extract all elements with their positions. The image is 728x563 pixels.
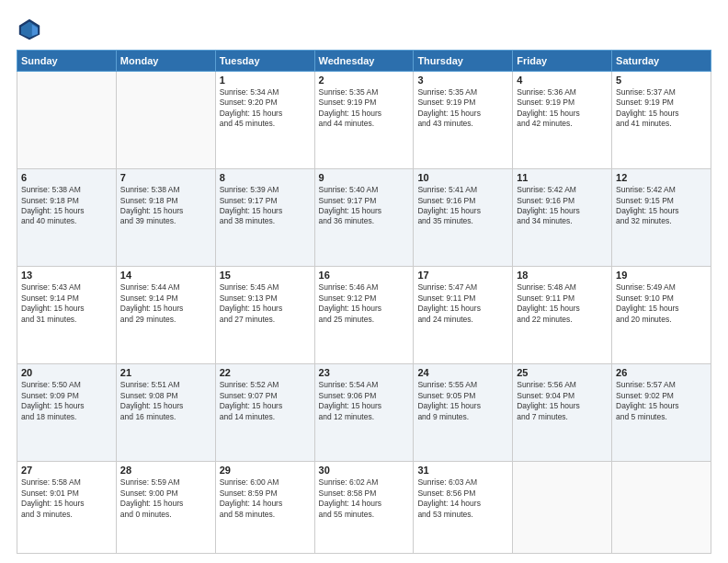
calendar-cell: 16Sunrise: 5:46 AM Sunset: 9:12 PM Dayli… <box>314 267 414 364</box>
calendar-cell: 24Sunrise: 5:55 AM Sunset: 9:05 PM Dayli… <box>414 364 513 462</box>
calendar-cell: 8Sunrise: 5:39 AM Sunset: 9:17 PM Daylig… <box>215 169 314 267</box>
calendar-cell: 30Sunrise: 6:02 AM Sunset: 8:58 PM Dayli… <box>314 462 414 554</box>
day-number: 3 <box>417 75 508 86</box>
day-number: 24 <box>417 367 508 378</box>
day-number: 23 <box>319 367 410 378</box>
calendar-cell <box>116 72 215 169</box>
day-number: 29 <box>220 465 311 476</box>
header <box>17 17 711 42</box>
day-number: 15 <box>220 270 311 281</box>
day-number: 11 <box>517 172 608 183</box>
calendar-cell: 27Sunrise: 5:58 AM Sunset: 9:01 PM Dayli… <box>17 462 117 554</box>
calendar-week-row: 1Sunrise: 5:34 AM Sunset: 9:20 PM Daylig… <box>17 72 711 169</box>
day-info: Sunrise: 6:03 AM Sunset: 8:56 PM Dayligh… <box>417 477 508 520</box>
day-info: Sunrise: 5:58 AM Sunset: 9:01 PM Dayligh… <box>21 477 112 520</box>
day-info: Sunrise: 5:35 AM Sunset: 9:19 PM Dayligh… <box>319 87 410 130</box>
calendar-cell: 31Sunrise: 6:03 AM Sunset: 8:56 PM Dayli… <box>414 462 513 554</box>
calendar-cell <box>612 462 711 554</box>
day-info: Sunrise: 5:57 AM Sunset: 9:02 PM Dayligh… <box>616 380 707 422</box>
day-info: Sunrise: 5:59 AM Sunset: 9:00 PM Dayligh… <box>120 477 211 520</box>
calendar-cell: 23Sunrise: 5:54 AM Sunset: 9:06 PM Dayli… <box>314 364 414 462</box>
day-info: Sunrise: 5:38 AM Sunset: 9:18 PM Dayligh… <box>120 185 211 227</box>
calendar-cell: 14Sunrise: 5:44 AM Sunset: 9:14 PM Dayli… <box>116 267 215 364</box>
day-info: Sunrise: 5:43 AM Sunset: 9:14 PM Dayligh… <box>21 282 112 325</box>
day-number: 31 <box>417 465 508 476</box>
calendar-cell: 19Sunrise: 5:49 AM Sunset: 9:10 PM Dayli… <box>612 267 711 364</box>
day-number: 1 <box>220 75 311 86</box>
day-info: Sunrise: 5:35 AM Sunset: 9:19 PM Dayligh… <box>417 87 508 130</box>
calendar-cell: 15Sunrise: 5:45 AM Sunset: 9:13 PM Dayli… <box>215 267 314 364</box>
calendar-cell: 25Sunrise: 5:56 AM Sunset: 9:04 PM Dayli… <box>513 364 612 462</box>
day-info: Sunrise: 5:36 AM Sunset: 9:19 PM Dayligh… <box>517 87 608 130</box>
calendar-week-row: 20Sunrise: 5:50 AM Sunset: 9:09 PM Dayli… <box>17 364 711 462</box>
calendar-cell <box>17 72 117 169</box>
day-number: 5 <box>616 75 707 86</box>
calendar-cell: 13Sunrise: 5:43 AM Sunset: 9:14 PM Dayli… <box>17 267 117 364</box>
calendar-cell: 10Sunrise: 5:41 AM Sunset: 9:16 PM Dayli… <box>414 169 513 267</box>
day-number: 18 <box>517 270 608 281</box>
calendar-cell: 26Sunrise: 5:57 AM Sunset: 9:02 PM Dayli… <box>612 364 711 462</box>
calendar-header-row: SundayMondayTuesdayWednesdayThursdayFrid… <box>17 51 711 72</box>
calendar-cell: 28Sunrise: 5:59 AM Sunset: 9:00 PM Dayli… <box>116 462 215 554</box>
day-number: 28 <box>120 465 211 476</box>
day-info: Sunrise: 5:42 AM Sunset: 9:15 PM Dayligh… <box>616 185 707 227</box>
day-info: Sunrise: 5:38 AM Sunset: 9:18 PM Dayligh… <box>21 185 112 227</box>
calendar-cell: 9Sunrise: 5:40 AM Sunset: 9:17 PM Daylig… <box>314 169 414 267</box>
day-number: 21 <box>120 367 211 378</box>
calendar-cell: 2Sunrise: 5:35 AM Sunset: 9:19 PM Daylig… <box>314 72 414 169</box>
weekday-header: Wednesday <box>314 51 414 72</box>
day-number: 8 <box>220 172 311 183</box>
logo-icon <box>17 17 42 42</box>
day-number: 4 <box>517 75 608 86</box>
day-number: 27 <box>21 465 112 476</box>
calendar-cell: 29Sunrise: 6:00 AM Sunset: 8:59 PM Dayli… <box>215 462 314 554</box>
day-number: 19 <box>616 270 707 281</box>
calendar-cell: 17Sunrise: 5:47 AM Sunset: 9:11 PM Dayli… <box>414 267 513 364</box>
calendar-cell: 6Sunrise: 5:38 AM Sunset: 9:18 PM Daylig… <box>17 169 117 267</box>
calendar-week-row: 6Sunrise: 5:38 AM Sunset: 9:18 PM Daylig… <box>17 169 711 267</box>
day-info: Sunrise: 5:54 AM Sunset: 9:06 PM Dayligh… <box>319 380 410 422</box>
day-info: Sunrise: 5:50 AM Sunset: 9:09 PM Dayligh… <box>21 380 112 422</box>
weekday-header: Tuesday <box>215 51 314 72</box>
day-info: Sunrise: 5:44 AM Sunset: 9:14 PM Dayligh… <box>120 282 211 325</box>
day-info: Sunrise: 5:34 AM Sunset: 9:20 PM Dayligh… <box>220 87 311 130</box>
weekday-header: Sunday <box>17 51 117 72</box>
calendar-cell: 21Sunrise: 5:51 AM Sunset: 9:08 PM Dayli… <box>116 364 215 462</box>
day-info: Sunrise: 5:39 AM Sunset: 9:17 PM Dayligh… <box>220 185 311 227</box>
day-info: Sunrise: 5:48 AM Sunset: 9:11 PM Dayligh… <box>517 282 608 325</box>
day-number: 6 <box>21 172 112 183</box>
page: SundayMondayTuesdayWednesdayThursdayFrid… <box>0 0 728 563</box>
day-number: 2 <box>319 75 410 86</box>
calendar-cell: 1Sunrise: 5:34 AM Sunset: 9:20 PM Daylig… <box>215 72 314 169</box>
day-info: Sunrise: 5:42 AM Sunset: 9:16 PM Dayligh… <box>517 185 608 227</box>
calendar-week-row: 27Sunrise: 5:58 AM Sunset: 9:01 PM Dayli… <box>17 462 711 554</box>
day-info: Sunrise: 5:37 AM Sunset: 9:19 PM Dayligh… <box>616 87 707 130</box>
day-number: 13 <box>21 270 112 281</box>
day-number: 20 <box>21 367 112 378</box>
weekday-header: Saturday <box>612 51 711 72</box>
day-number: 9 <box>319 172 410 183</box>
calendar-cell: 3Sunrise: 5:35 AM Sunset: 9:19 PM Daylig… <box>414 72 513 169</box>
day-info: Sunrise: 5:55 AM Sunset: 9:05 PM Dayligh… <box>417 380 508 422</box>
day-info: Sunrise: 5:52 AM Sunset: 9:07 PM Dayligh… <box>220 380 311 422</box>
calendar-cell: 7Sunrise: 5:38 AM Sunset: 9:18 PM Daylig… <box>116 169 215 267</box>
day-info: Sunrise: 5:56 AM Sunset: 9:04 PM Dayligh… <box>517 380 608 422</box>
day-number: 30 <box>319 465 410 476</box>
calendar-cell: 20Sunrise: 5:50 AM Sunset: 9:09 PM Dayli… <box>17 364 117 462</box>
day-number: 10 <box>417 172 508 183</box>
day-info: Sunrise: 6:00 AM Sunset: 8:59 PM Dayligh… <box>220 477 311 520</box>
day-info: Sunrise: 5:45 AM Sunset: 9:13 PM Dayligh… <box>220 282 311 325</box>
day-number: 22 <box>220 367 311 378</box>
calendar-cell: 22Sunrise: 5:52 AM Sunset: 9:07 PM Dayli… <box>215 364 314 462</box>
day-number: 17 <box>417 270 508 281</box>
day-info: Sunrise: 5:51 AM Sunset: 9:08 PM Dayligh… <box>120 380 211 422</box>
day-number: 12 <box>616 172 707 183</box>
day-number: 26 <box>616 367 707 378</box>
day-info: Sunrise: 5:49 AM Sunset: 9:10 PM Dayligh… <box>616 282 707 325</box>
calendar-cell: 11Sunrise: 5:42 AM Sunset: 9:16 PM Dayli… <box>513 169 612 267</box>
day-info: Sunrise: 5:47 AM Sunset: 9:11 PM Dayligh… <box>417 282 508 325</box>
calendar-table: SundayMondayTuesdayWednesdayThursdayFrid… <box>17 50 711 554</box>
weekday-header: Friday <box>513 51 612 72</box>
calendar-cell <box>513 462 612 554</box>
day-info: Sunrise: 5:41 AM Sunset: 9:16 PM Dayligh… <box>417 185 508 227</box>
